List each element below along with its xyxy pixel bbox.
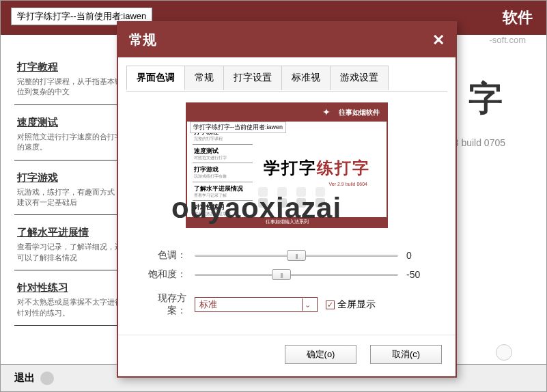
tab-content: ✦ 往事如烟软件 学打字练打字--当前使用者:iawen 打字教程完整的打字课程… [126,91,447,335]
saturation-slider[interactable] [195,268,398,281]
tab-game[interactable]: 游戏设置 [330,66,389,90]
ok-button[interactable]: 确定(o) [285,345,356,364]
dialog-footer: 确定(o) 取消(c) [118,335,455,376]
tab-general[interactable]: 常规 [184,66,224,90]
scheme-select[interactable]: 标准 ⌄ [195,297,318,312]
sidebar-item-speedtest[interactable]: 速度测试对照范文进行打字速度的合打字的速度。 [14,111,127,160]
hue-label: 色调： [140,249,186,262]
preview-thumbnail: ✦ 往事如烟软件 学打字练打字--当前使用者:iawen 打字教程完整的打字课程… [186,102,388,228]
tab-bar: 界面色调 常规 打字设置 标准视 游戏设置 [118,57,455,91]
slider-thumb-icon[interactable] [287,250,306,261]
saturation-label: 饱和度： [140,268,186,281]
header-software-label: 软件 [503,8,533,28]
sidebar-item-progress[interactable]: 了解水平进展情查看学习记录，了解详细况，还可以了解排名情况 [14,221,127,270]
star-icon: ✦ [322,107,335,119]
tab-standard[interactable]: 标准视 [281,66,331,90]
slider-thumb-icon[interactable] [272,269,291,280]
settings-dialog: 常规 ✕ 界面色调 常规 打字设置 标准视 游戏设置 ✦ 往事如烟软件 学打字练… [117,21,457,378]
sound-icon[interactable] [496,344,512,361]
saturation-value: -50 [406,269,434,280]
header-url: -soft.com [490,35,526,45]
scheme-label: 现存方案： [140,292,186,317]
chevron-down-icon: ⌄ [302,298,313,311]
tab-typing[interactable]: 打字设置 [223,66,282,90]
dialog-title: 常规 [129,31,156,49]
exit-button[interactable]: 退出 [14,372,54,385]
sidebar-item-practice[interactable]: 针对性练习对不太熟悉或是掌握不太字进行针对性的练习。 [14,276,127,326]
cancel-button[interactable]: 取消(c) [370,345,442,364]
hue-slider[interactable] [195,249,398,262]
close-icon[interactable]: ✕ [432,31,445,49]
dialog-header: 常规 ✕ [118,23,455,57]
checkbox-icon: ✓ [326,300,335,309]
tab-color[interactable]: 界面色调 [126,66,185,90]
sidebar-item-games[interactable]: 打字游戏玩游戏，练打字，有趣而方式，建议有一定基础后 [14,166,127,216]
exit-icon [40,372,54,385]
fullscreen-checkbox[interactable]: ✓ 全屏显示 [326,298,376,311]
sidebar: 打字教程完整的打字课程，从手指基本键位到复杂的中文 速度测试对照范文进行打字速度… [14,55,127,331]
sidebar-item-tutorial[interactable]: 打字教程完整的打字课程，从手指基本键位到复杂的中文 [14,55,127,105]
hue-value: 0 [406,250,434,261]
